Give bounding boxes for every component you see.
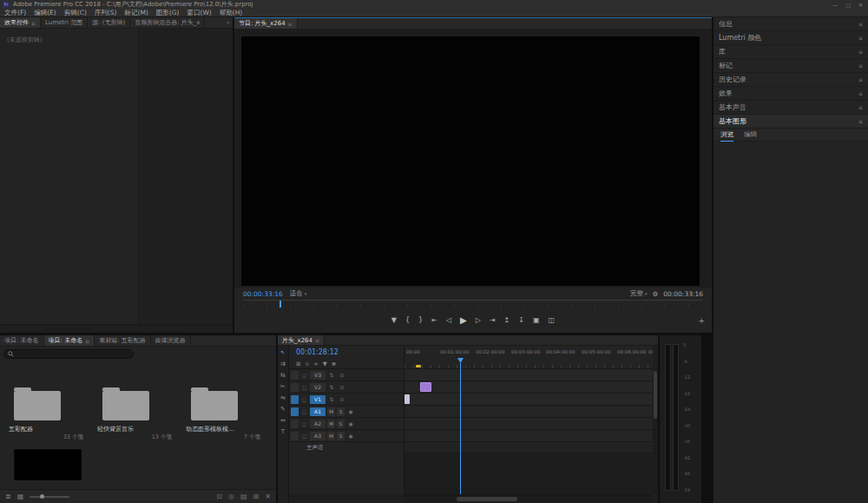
sequence-thumbnail[interactable]	[14, 449, 82, 480]
compare-view-button[interactable]: ◫	[549, 316, 556, 324]
list-view-button[interactable]: ≣	[5, 493, 11, 500]
selection-tool[interactable]: ↖	[279, 348, 288, 357]
voiceover-record-icon[interactable]: ◉	[346, 420, 355, 428]
voiceover-record-icon[interactable]: ◉	[346, 407, 355, 416]
search-input[interactable]	[16, 351, 129, 358]
graphics-clip[interactable]	[420, 382, 431, 392]
add-marker-button[interactable]: ▼	[391, 316, 397, 324]
source-patch[interactable]	[291, 395, 299, 404]
settings-wrench-icon[interactable]: ⚙	[653, 290, 659, 298]
sync-lock-icon[interactable]: ⇅	[327, 395, 336, 404]
track-lane-v1[interactable]	[404, 394, 653, 406]
delete-button[interactable]: ✕	[265, 493, 271, 500]
panel-row-effects[interactable]: 效果 ≡	[713, 87, 868, 101]
bin-item[interactable]: 轻快背景音乐 13 个项	[97, 387, 181, 441]
tab-bin[interactable]: 素材箱: 五彩配器	[95, 335, 151, 346]
thumbnail-zoom-slider[interactable]	[30, 496, 69, 498]
snap-toggle[interactable]: ∪	[305, 361, 309, 367]
track-target-v2[interactable]: V2	[310, 383, 326, 392]
sync-lock-icon[interactable]: ⇅	[327, 383, 336, 392]
timeline-timecode[interactable]: 00:01:28:12	[289, 346, 404, 359]
menu-markers[interactable]: 标记(M)	[124, 9, 148, 17]
close-button[interactable]: ✕	[858, 2, 863, 8]
export-frame-button[interactable]: ▣	[533, 316, 540, 324]
voiceover-record-icon[interactable]: ◉	[346, 432, 355, 440]
playback-resolution-dropdown[interactable]: 完整 ▾	[630, 289, 648, 298]
panel-menu-icon[interactable]: ≡	[315, 337, 319, 343]
track-lane-v3[interactable]	[404, 369, 653, 381]
linked-selection-toggle[interactable]: ∞	[313, 361, 318, 367]
track-visibility-icon[interactable]: ⊙	[338, 395, 346, 404]
menu-clip[interactable]: 剪辑(C)	[64, 9, 87, 17]
slider-knob[interactable]	[40, 494, 44, 499]
bin-item[interactable]: 五彩配器 33 个项	[9, 387, 92, 441]
project-search-box[interactable]	[3, 349, 134, 359]
source-patch[interactable]	[291, 420, 299, 428]
panel-row-libraries[interactable]: 库 ≡	[713, 45, 868, 59]
track-target-a3[interactable]: A3	[310, 432, 326, 440]
menu-edit[interactable]: 编辑(E)	[34, 9, 56, 17]
tab-media-browser[interactable]: 媒体浏览器	[151, 335, 191, 346]
track-visibility-icon[interactable]: ⊙	[338, 371, 346, 380]
panel-row-markers[interactable]: 标记 ≡	[713, 59, 868, 73]
menu-file[interactable]: 文件(F)	[4, 9, 26, 17]
panel-menu-icon[interactable]: ≡	[85, 338, 89, 344]
solo-button[interactable]: S	[337, 432, 345, 440]
tab-audio-clip-mixer[interactable]: 音频剪辑混合器: 片头_x	[130, 17, 205, 28]
mark-in-button[interactable]: {	[405, 316, 410, 324]
track-lock-icon[interactable]: ◻	[300, 383, 308, 392]
program-scrubber[interactable]	[243, 300, 703, 308]
tab-effect-controls[interactable]: 效果控件 ≡	[0, 17, 41, 28]
mute-button[interactable]: M	[327, 407, 335, 416]
timeline-display-settings[interactable]: ≣	[332, 361, 336, 367]
panel-menu-icon[interactable]: ≡	[858, 63, 863, 69]
step-forward-button[interactable]: ▷	[476, 316, 481, 324]
tab-project-2[interactable]: 项目: 未命名 ≡	[44, 335, 95, 346]
panel-menu-icon[interactable]: ≡	[858, 49, 863, 55]
sync-lock-icon[interactable]: ⇅	[327, 371, 336, 380]
go-to-in-button[interactable]: ⇤	[431, 316, 437, 324]
play-button[interactable]: ▶	[460, 315, 467, 325]
source-patch[interactable]	[291, 407, 299, 416]
program-playhead[interactable]	[279, 301, 281, 308]
tab-edit[interactable]: 编辑	[744, 129, 757, 141]
lift-button[interactable]: ↥	[504, 316, 510, 324]
video-clip[interactable]	[404, 394, 410, 404]
tab-browse[interactable]: 浏览	[720, 129, 733, 142]
timeline-horizontal-scrollbar[interactable]	[404, 494, 653, 503]
timeline-ruler[interactable]: 00:00 00:01:00:00 00:02:00:00 00:03:00:0…	[404, 346, 653, 369]
tab-source-monitor[interactable]: 源: (无剪辑)	[88, 17, 130, 28]
source-patch[interactable]	[291, 432, 299, 440]
new-item-button[interactable]: ⊞	[253, 493, 260, 500]
sequence-marker[interactable]	[416, 365, 421, 367]
scrollbar-thumb[interactable]	[654, 371, 657, 419]
step-back-button[interactable]: ◁	[446, 316, 451, 324]
solo-button[interactable]: S	[337, 407, 345, 416]
automate-to-sequence-button[interactable]: ⊡	[216, 493, 222, 500]
tab-overflow-icon[interactable]: »	[224, 17, 233, 28]
track-target-a2[interactable]: A2	[310, 420, 326, 428]
mute-button[interactable]: M	[327, 420, 335, 428]
panel-menu-icon[interactable]: ≡	[858, 104, 863, 110]
pen-tool[interactable]: ✎	[279, 405, 288, 414]
new-bin-button[interactable]: ▤	[240, 493, 247, 500]
panel-menu-icon[interactable]: ≡	[858, 90, 863, 96]
bin-item[interactable]: 动态图形模板模... 7 个项	[186, 387, 269, 441]
solo-button[interactable]: S	[337, 420, 345, 428]
panel-row-lumetri-color[interactable]: Lumetri 颜色 ≡	[713, 31, 868, 45]
type-tool[interactable]: T	[279, 427, 288, 436]
zoom-level-dropdown[interactable]: 适合 ▾	[290, 289, 307, 298]
track-lock-icon[interactable]: ◻	[300, 407, 308, 416]
mark-out-button[interactable]: }	[418, 316, 423, 324]
track-visibility-icon[interactable]: ⊙	[338, 383, 346, 392]
nest-insert-toggle[interactable]: ⊞	[296, 361, 300, 367]
go-to-out-button[interactable]: ⇥	[490, 316, 496, 324]
button-editor-plus[interactable]: +	[698, 316, 705, 325]
track-lock-icon[interactable]: ◻	[300, 432, 308, 440]
extract-button[interactable]: ↧	[518, 316, 524, 324]
panel-menu-icon[interactable]: ≡	[858, 76, 863, 83]
add-marker-button[interactable]: ▼	[323, 361, 327, 367]
panel-row-essential-sound[interactable]: 基本声音 ≡	[713, 101, 868, 115]
track-lane-a3[interactable]	[404, 430, 653, 442]
tab-project-1[interactable]: 项目: 未命名	[0, 335, 44, 346]
